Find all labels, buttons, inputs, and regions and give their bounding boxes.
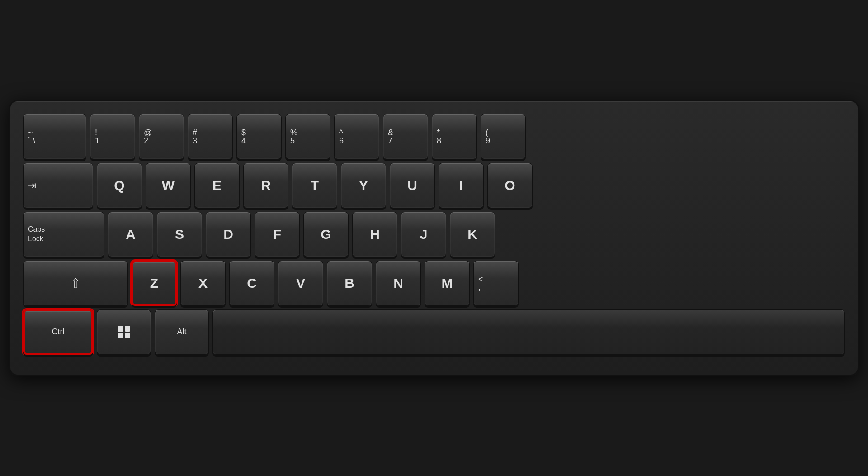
key-h[interactable]: H [352,212,397,257]
key-g[interactable]: G [303,212,349,257]
key-y[interactable]: Y [341,163,386,208]
key-t[interactable]: T [292,163,337,208]
key-o[interactable]: O [487,163,533,208]
key-win[interactable] [97,309,151,355]
key-z[interactable]: Z [132,261,177,306]
key-1[interactable]: ! 1 [90,114,135,159]
key-c[interactable]: C [229,261,274,306]
key-4[interactable]: $ 4 [236,114,282,159]
key-s[interactable]: S [157,212,202,257]
key-tab[interactable]: ⇥ [23,163,93,208]
key-u[interactable]: U [390,163,435,208]
key-x[interactable]: X [180,261,226,306]
key-alt[interactable]: Alt [155,309,209,355]
key-comma[interactable]: < , [473,261,519,306]
key-3[interactable]: # 3 [188,114,233,159]
key-r[interactable]: R [243,163,288,208]
key-2[interactable]: @ 2 [139,114,184,159]
row-qwerty: ⇥ Q W E R T Y U I O [23,163,845,208]
key-f[interactable]: F [255,212,300,257]
key-i[interactable]: I [439,163,484,208]
key-v[interactable]: V [278,261,323,306]
key-e[interactable]: E [194,163,240,208]
row-numbers: ~ ` \ ! 1 @ 2 # 3 $ 4 % 5 ^ 6 & 7 [23,114,845,159]
keyboard: ~ ` \ ! 1 @ 2 # 3 $ 4 % 5 ^ 6 & 7 [9,100,859,376]
key-a[interactable]: A [108,212,153,257]
key-left-shift[interactable]: ⇧ [23,261,128,306]
row-bottom: Ctrl Alt [23,309,845,355]
key-j[interactable]: J [401,212,446,257]
key-space[interactable] [212,309,845,355]
key-w[interactable]: W [146,163,191,208]
row-asdf: CapsLock A S D F G H J K [23,212,845,257]
key-9[interactable]: ( 9 [481,114,526,159]
key-k[interactable]: K [450,212,495,257]
key-tilde[interactable]: ~ ` \ [23,114,86,159]
key-m[interactable]: M [425,261,470,306]
key-7[interactable]: & 7 [383,114,428,159]
key-n[interactable]: N [376,261,421,306]
key-b[interactable]: B [327,261,372,306]
key-d[interactable]: D [206,212,251,257]
row-zxcv: ⇧ Z X C V B N M < , [23,261,845,306]
key-q[interactable]: Q [97,163,142,208]
key-6[interactable]: ^ 6 [334,114,379,159]
key-8[interactable]: * 8 [432,114,477,159]
key-caps-lock[interactable]: CapsLock [23,212,104,257]
key-5[interactable]: % 5 [285,114,330,159]
key-ctrl[interactable]: Ctrl [23,309,93,355]
